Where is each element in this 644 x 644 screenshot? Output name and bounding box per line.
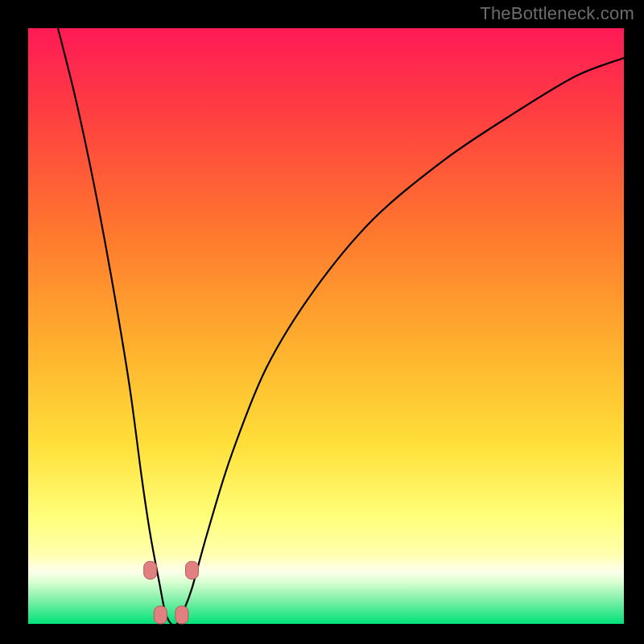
curve-marker xyxy=(186,561,199,579)
chart-canvas xyxy=(0,0,644,644)
curve-marker xyxy=(175,606,188,624)
curve-marker xyxy=(144,561,157,579)
curve-marker xyxy=(154,606,167,624)
plot-background xyxy=(28,28,624,624)
watermark-text: TheBottleneck.com xyxy=(480,3,634,24)
